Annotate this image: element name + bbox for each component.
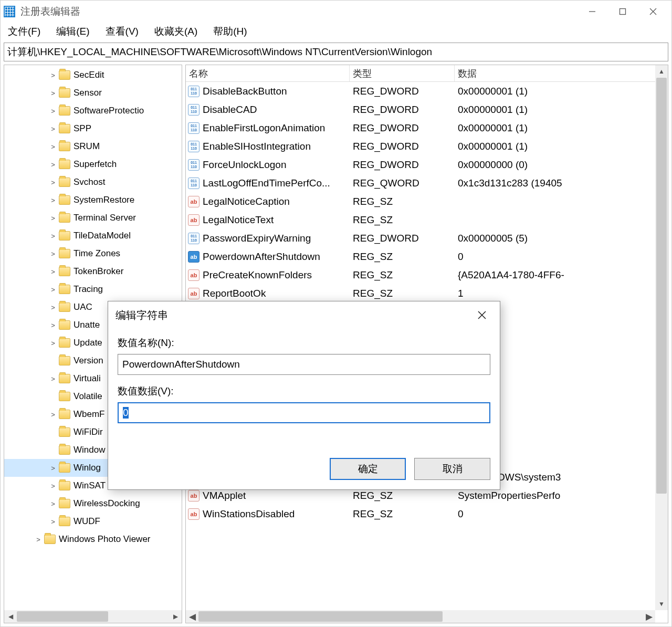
scroll-right-icon[interactable]: ▶ [169,610,182,623]
reg-binary-icon: 011 110 [188,122,200,134]
scroll-thumb[interactable] [17,611,108,622]
reg-sz-icon: ab [188,508,200,520]
value-data: 0x00000005 (5) [455,233,668,244]
tree-item-label: Unatte [74,320,100,330]
value-data: 0 [455,251,668,263]
menu-file[interactable]: 文件(F) [8,25,40,38]
dialog-close-button[interactable] [471,305,492,326]
minimize-button[interactable] [577,1,607,22]
column-type[interactable]: 类型 [350,65,455,81]
scroll-thumb[interactable] [198,611,443,622]
tree-item-label: Update [74,338,102,348]
scroll-down-icon[interactable]: ▼ [655,598,668,610]
expand-icon[interactable]: > [48,286,58,294]
scroll-thumb[interactable] [656,78,667,494]
folder-icon [59,481,70,490]
menu-view[interactable]: 查看(V) [106,25,139,38]
expand-icon[interactable]: > [48,214,58,222]
column-data[interactable]: 数据 [455,65,668,81]
tree-item[interactable]: >SRUM [4,138,182,155]
value-data: {A520A1A4-1780-4FF6- [455,269,668,281]
tree-item[interactable]: >SoftwareProtectio [4,102,182,120]
tree-item[interactable]: >Time Zones [4,245,182,263]
scroll-right-icon[interactable]: ▶ [643,610,655,623]
list-row[interactable]: abLegalNoticeTextREG_SZ [186,211,668,229]
expand-icon[interactable]: > [48,321,58,329]
tree-item[interactable]: >Windows Photo Viewer [4,530,182,548]
scroll-up-icon[interactable]: ▲ [655,65,668,78]
expand-icon[interactable]: > [48,232,58,240]
list-row[interactable]: abWinStationsDisabledREG_SZ0 [186,505,668,523]
tree-item[interactable]: >TokenBroker [4,263,182,280]
tree-item-label: SPP [74,123,91,134]
expand-icon[interactable]: > [48,71,58,79]
expand-icon[interactable]: > [48,196,58,204]
expand-icon[interactable]: > [48,250,58,258]
list-row[interactable]: 011 110ForceUnlockLogonREG_DWORD0x000000… [186,155,668,174]
tree-item-label: SoftwareProtectio [74,106,144,116]
folder-icon [59,392,70,401]
expand-icon[interactable]: > [48,411,58,419]
expand-icon[interactable]: > [48,161,58,169]
menu-edit[interactable]: 编辑(E) [56,25,89,38]
expand-icon[interactable]: > [48,518,58,526]
expand-icon[interactable]: > [48,143,58,151]
folder-icon [59,427,70,437]
list-row[interactable]: 011 110LastLogOffEndTimePerfCo...REG_QWO… [186,174,668,192]
tree-item[interactable]: >Tracing [4,280,182,298]
value-data-field[interactable] [118,402,490,423]
cancel-button[interactable]: 取消 [414,458,490,480]
list-row[interactable]: abPreCreateKnownFoldersREG_SZ{A520A1A4-1… [186,266,668,284]
scroll-left-icon[interactable]: ◀ [4,610,17,623]
tree-item-label: SecEdit [74,70,104,80]
expand-icon[interactable]: > [48,268,58,276]
list-row[interactable]: abLegalNoticeCaptionREG_SZ [186,192,668,211]
expand-icon[interactable]: > [48,89,58,97]
scroll-left-icon[interactable]: ◀ [186,610,198,623]
expand-icon[interactable]: > [48,339,58,347]
address-bar[interactable]: 计算机\HKEY_LOCAL_MACHINE\SOFTWARE\Microsof… [4,43,668,61]
tree-item[interactable]: >Svchost [4,173,182,191]
expand-icon[interactable]: > [48,375,58,383]
expand-icon[interactable]: > [48,482,58,490]
tree-item[interactable]: >SecEdit [4,66,182,84]
value-name: ForceUnlockLogon [203,159,286,171]
list-row[interactable]: abReportBootOkREG_SZ1 [186,284,668,302]
menu-favorites[interactable]: 收藏夹(A) [154,25,197,38]
close-button[interactable] [638,1,668,22]
column-name[interactable]: 名称 [186,65,350,81]
tree-item[interactable]: >WirelessDocking [4,495,182,513]
list-row[interactable]: 011 110DisableCADREG_DWORD0x00000001 (1) [186,100,668,119]
expand-icon[interactable]: > [34,536,43,544]
list-row[interactable]: abPowerdownAfterShutdownREG_SZ0 [186,247,668,266]
tree-item[interactable]: >Superfetch [4,155,182,173]
tree-item[interactable]: >Sensor [4,84,182,102]
expand-icon[interactable]: > [48,125,58,133]
expand-icon[interactable]: > [48,464,58,472]
list-row[interactable]: 011 110EnableFirstLogonAnimationREG_DWOR… [186,119,668,137]
list-scrollbar-v[interactable]: ▲ ▼ [655,65,668,610]
maximize-button[interactable] [607,1,638,22]
expand-icon[interactable]: > [48,179,58,186]
folder-icon [59,499,70,508]
tree-scrollbar-h[interactable]: ◀ ▶ [4,610,182,623]
tree-item[interactable]: >SPP [4,120,182,138]
menu-help[interactable]: 帮助(H) [213,25,247,38]
list-row[interactable]: 011 110DisableBackButtonREG_DWORD0x00000… [186,82,668,100]
tree-item[interactable]: >Terminal Server [4,209,182,227]
ok-button[interactable]: 确定 [330,458,406,480]
expand-icon[interactable]: > [48,107,58,115]
tree-item[interactable]: >WUDF [4,513,182,530]
tree-item[interactable]: >SystemRestore [4,191,182,209]
tree-item-label: Winlog [74,463,101,473]
tree-item[interactable]: >TileDataModel [4,227,182,245]
tree-item-label: WUDF [74,516,100,527]
list-scrollbar-h[interactable]: ◀ ▶ [186,610,655,623]
value-name: EnableFirstLogonAnimation [203,122,325,134]
expand-icon[interactable]: > [48,304,58,311]
list-row[interactable]: 011 110EnableSIHostIntegrationREG_DWORD0… [186,137,668,155]
expand-icon[interactable]: > [48,500,58,508]
value-name-field[interactable] [118,354,490,375]
list-row[interactable]: 011 110PasswordExpiryWarningREG_DWORD0x0… [186,229,668,247]
tree-item-label: Superfetch [74,159,117,170]
